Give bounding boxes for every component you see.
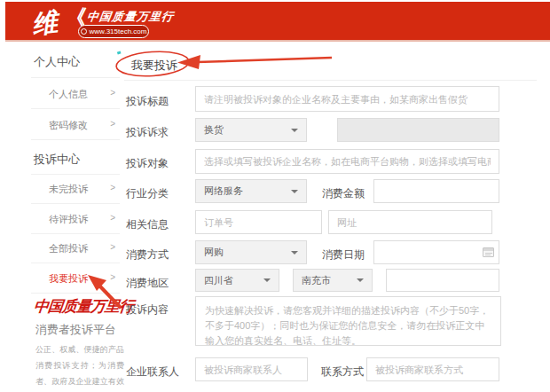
region-city-select[interactable]: 南充市 (293, 269, 373, 292)
sidebar-item-label: 待评投诉 (49, 213, 88, 226)
sidebar-item-label: 密码修改 (49, 119, 88, 132)
logo-brand-name: 中国质量万里行 (86, 9, 176, 25)
method-select[interactable]: 网购 (195, 240, 307, 264)
chevron-right-icon: > (110, 213, 115, 223)
target-input[interactable] (195, 149, 499, 174)
url-input[interactable] (328, 210, 492, 234)
phone-label: 联系方式 (321, 365, 364, 380)
region-label: 消费地区 (126, 276, 169, 291)
sidebar-item-unfinished-complaints[interactable]: 未完投诉 > (31, 183, 120, 195)
caret-down-icon (291, 129, 298, 132)
sidebar-item-pending-review-complaints[interactable]: 待评投诉 > (31, 213, 120, 225)
sidebar-item-label: 我要投诉 (49, 272, 88, 286)
appeal-extra-disabled-box (337, 118, 499, 142)
caret-down-icon (291, 190, 298, 193)
target-label: 投诉对象 (126, 156, 169, 171)
method-select-value: 网购 (204, 246, 224, 259)
phone-input[interactable] (366, 357, 499, 381)
divider (31, 174, 120, 175)
date-input[interactable] (373, 240, 499, 264)
divider (31, 233, 120, 234)
method-label: 消费方式 (126, 247, 169, 263)
chevron-right-icon: > (110, 242, 115, 252)
calendar-icon[interactable] (483, 247, 494, 257)
sidebar-item-all-complaints[interactable]: 全部投诉 > (31, 242, 120, 255)
caret-down-icon (291, 251, 298, 255)
region-province-value: 四川省 (204, 274, 233, 287)
sidebar-item-i-want-to-complain[interactable]: 我要投诉 > (31, 272, 120, 285)
top-header-bar: 维 《 中国质量万里行 www.315tech.com (5, 2, 550, 42)
order-number-input[interactable] (195, 210, 322, 234)
amount-label: 消费金额 (322, 186, 365, 201)
amount-input[interactable] (373, 179, 499, 203)
industry-select-value: 网络服务 (204, 184, 243, 198)
chevron-right-icon: > (110, 272, 115, 282)
related-info-label: 相关信息 (126, 217, 169, 232)
appeal-select-value: 换货 (204, 123, 224, 137)
footer-platform-title: 消费者投诉平台 (35, 322, 116, 338)
chevron-right-icon: > (110, 183, 115, 192)
complaint-title-label: 投诉标题 (126, 94, 169, 109)
complaint-page: { "header": { "logo_char": "维", "logo_ma… (0, 0, 550, 392)
industry-label: 行业分类 (126, 186, 169, 201)
sidebar-section-personal-center: 个人中心 (34, 54, 80, 70)
divider (31, 263, 120, 263)
sidebar-item-label: 个人信息 (49, 88, 88, 101)
caret-down-icon (263, 278, 271, 282)
divider (31, 203, 120, 204)
region-province-select[interactable]: 四川省 (195, 269, 279, 292)
globe-icon (81, 28, 87, 35)
chevron-right-icon: > (110, 119, 115, 129)
site-url-text: www.315tech.com (90, 27, 147, 35)
sidebar-section-complaint-center: 投诉中心 (34, 152, 80, 168)
appeal-select[interactable]: 换货 (195, 118, 307, 142)
page-title: 我要投诉 (131, 58, 177, 74)
logo-calligraphy-char: 维 (30, 5, 59, 43)
title-arrow-shaft (197, 58, 332, 62)
region-city-value: 南充市 (302, 274, 331, 287)
region-district-input[interactable] (386, 269, 499, 292)
sidebar-item-label: 全部投诉 (49, 242, 88, 255)
footer-brand-logo: 中国质量万里行 (33, 296, 141, 317)
divider (31, 293, 120, 294)
content-label: 投诉内容 (126, 302, 169, 318)
sidebar-item-label: 未完投诉 (49, 183, 88, 196)
chevron-right-icon: > (110, 88, 115, 98)
footer-description: 公正、权威、便捷的产品消费投诉支持；为消费者、政府及企业建立有效的沟通渠道；为保… (35, 341, 124, 392)
complaint-title-input[interactable] (195, 86, 499, 112)
content-textarea[interactable] (195, 296, 501, 346)
sidebar-item-personal-info[interactable]: 个人信息 > (31, 88, 120, 100)
industry-select[interactable]: 网络服务 (195, 179, 307, 203)
caret-down-icon (357, 278, 364, 282)
divider (31, 108, 120, 109)
divider (31, 77, 120, 78)
title-arrow-head-icon (177, 55, 200, 69)
date-label: 消费日期 (322, 247, 365, 263)
contact-label: 企业联系人 (126, 365, 179, 380)
divider (124, 80, 537, 81)
contact-input[interactable] (195, 357, 308, 381)
appeal-label: 投诉诉求 (126, 125, 169, 140)
cyan-mark (117, 51, 122, 54)
site-url-pill: www.315tech.com (78, 25, 149, 38)
divider (31, 139, 120, 140)
sidebar-item-password-change[interactable]: 密码修改 > (31, 119, 120, 131)
